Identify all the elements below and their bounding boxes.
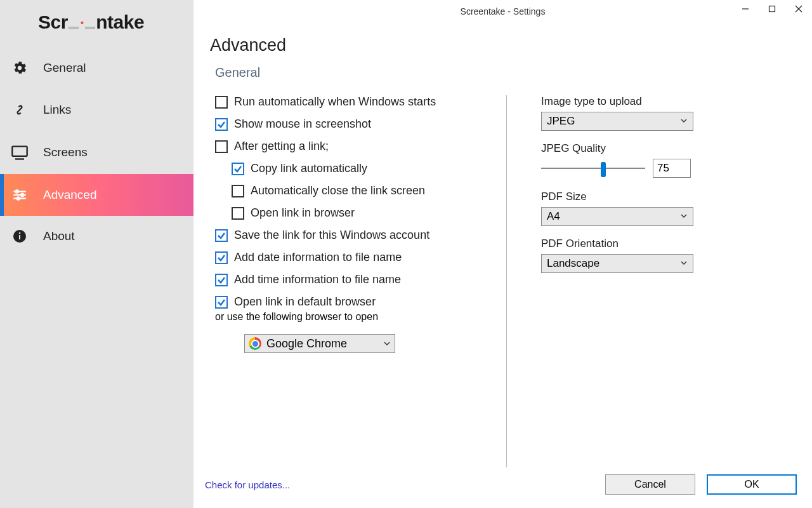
option-copy-link: Copy link automatically [232,162,494,175]
right-column: Image type to upload JPEG JPEG Quality P… [507,95,704,467]
pdf-size-label: PDF Size [541,190,704,203]
maximize-button[interactable] [759,0,785,18]
checkbox-show-mouse[interactable] [215,118,228,131]
checkbox-run-automatically[interactable] [215,96,228,109]
chevron-down-icon [383,337,391,351]
browser-select-value: Google Chrome [266,337,347,351]
logo-pre: Scr [38,11,68,32]
option-after-link: After getting a link; [215,140,494,153]
option-label: Add date information to file name [234,251,402,264]
slider-track [541,168,645,169]
link-icon [10,102,29,118]
checkbox-save-link[interactable] [215,229,228,242]
option-label: Open link in default browser [234,295,376,309]
left-column: Run automatically when Windows starts Sh… [209,95,507,467]
chrome-icon [249,337,261,350]
logo-box-right [85,15,95,29]
minimize-button[interactable] [732,0,759,18]
sidebar-item-label: Screens [43,145,88,159]
sidebar-item-label: General [43,61,86,75]
checkbox-copy-link[interactable] [232,163,244,175]
pdf-size-value: A4 [547,210,560,223]
section-title: General [215,65,797,80]
content: Advanced General Run automatically when … [193,23,812,467]
browser-select[interactable]: Google Chrome [244,334,395,353]
option-auto-close: Automatically close the link screen [232,184,494,197]
option-save-link: Save the link for this Windows account [215,229,494,242]
option-label: Open link in browser [251,206,355,220]
main-panel: Screentake - Settings Advanced General R… [193,0,812,508]
option-run-automatically: Run automatically when Windows starts [215,95,494,109]
checkbox-after-link[interactable] [215,140,228,153]
option-open-default: Open link in default browser or use the … [215,295,494,323]
footer: Check for updates... Cancel OK [193,467,812,508]
page-title: Advanced [210,36,797,55]
pdf-size-select[interactable]: A4 [541,207,693,226]
ok-button[interactable]: OK [707,474,797,495]
cancel-button[interactable]: Cancel [605,474,695,495]
svg-rect-12 [769,6,775,12]
sidebar-item-screens[interactable]: Screens [0,131,193,174]
checkbox-auto-close[interactable] [232,185,244,197]
jpeg-quality-slider[interactable] [541,162,645,175]
chevron-down-icon [680,210,688,223]
image-type-value: JPEG [547,115,575,128]
image-type-select[interactable]: JPEG [541,112,693,131]
svg-point-3 [16,190,18,192]
sidebar-item-label: Links [43,103,71,117]
sidebar-item-about[interactable]: About [0,216,193,257]
sidebar: Scr•ntake General Links Screens Advanced [0,0,193,508]
close-icon [795,5,802,13]
jpeg-quality-row [541,159,704,178]
sidebar-item-label: About [43,229,75,243]
logo-box-left [69,15,79,29]
checkbox-open-default[interactable] [215,296,228,309]
option-label: Save the link for this Windows account [234,229,429,242]
window-controls [732,0,812,18]
option-label: Copy link automatically [251,162,367,175]
checkbox-add-time[interactable] [215,274,228,286]
sidebar-item-links[interactable]: Links [0,89,193,131]
option-label: Run automatically when Windows starts [234,95,436,109]
jpeg-quality-input[interactable] [653,159,691,178]
logo-post: ntake [96,11,144,32]
option-show-mouse: Show mouse in screenshot [215,117,494,131]
option-label: Automatically close the link screen [251,184,425,197]
titlebar: Screentake - Settings [193,0,812,23]
checkbox-open-in-browser[interactable] [232,207,244,220]
minimize-icon [742,5,749,13]
settings-columns: Run automatically when Windows starts Sh… [209,95,797,467]
gear-icon [10,60,29,76]
option-label: Add time information to file name [234,273,401,286]
svg-point-5 [21,194,23,196]
option-open-in-browser: Open link in browser [232,206,494,220]
window-title: Screentake - Settings [461,6,546,17]
sidebar-item-general[interactable]: General [0,47,193,89]
sidebar-nav: General Links Screens Advanced About [0,41,193,508]
svg-point-10 [19,232,21,234]
image-type-label: Image type to upload [541,95,704,108]
chevron-down-icon [680,257,688,270]
svg-rect-9 [19,235,20,239]
option-label: After getting a link; [234,140,329,153]
close-button[interactable] [785,0,812,18]
option-add-date: Add date information to file name [215,251,494,264]
option-add-time: Add time information to file name [215,273,494,286]
slider-thumb[interactable] [601,162,606,177]
check-updates-link[interactable]: Check for updates... [205,479,290,490]
checkbox-add-date[interactable] [215,251,228,264]
svg-point-7 [17,197,20,199]
info-icon [10,229,29,244]
option-label: Show mouse in screenshot [234,117,371,131]
pdf-orientation-select[interactable]: Landscape [541,254,693,273]
maximize-icon [768,5,776,13]
pdf-orientation-value: Landscape [547,257,599,270]
monitor-icon [10,144,29,161]
sliders-icon [10,187,29,203]
svg-rect-0 [12,147,27,156]
sidebar-item-advanced[interactable]: Advanced [0,174,193,216]
pdf-orientation-label: PDF Orientation [541,237,704,250]
chevron-down-icon [680,115,688,128]
jpeg-quality-label: JPEG Quality [541,142,704,155]
sidebar-item-label: Advanced [43,188,97,202]
